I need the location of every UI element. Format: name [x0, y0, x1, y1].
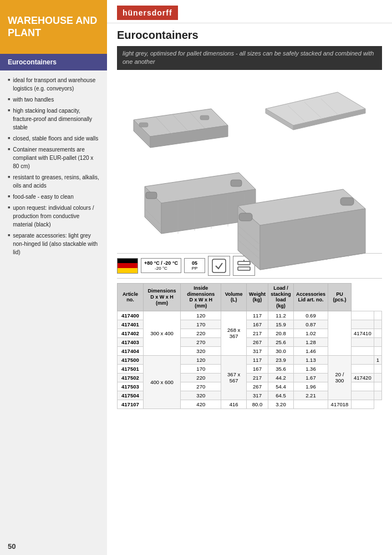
feature-item: Container measurements are compliant wit…	[8, 145, 99, 170]
cell-pu	[374, 391, 381, 400]
product-images	[117, 75, 382, 253]
cell-volume: 11.2	[268, 311, 293, 320]
cell-h: 170	[181, 320, 221, 329]
cell-weight: 1.02	[293, 329, 328, 337]
feature-item: ideal for transport and warehouse logist…	[8, 76, 99, 93]
cell-h: 120	[181, 355, 221, 364]
page-number: 50	[0, 538, 107, 555]
cell-acc: 417420	[351, 373, 374, 382]
cell-pu	[374, 329, 381, 337]
cell-article: 417403	[118, 337, 144, 346]
col-load: Load /stackingload (kg)	[268, 283, 293, 311]
main-header: hünersdorff	[107, 0, 392, 23]
product-table: Article no. DimensionsD x W x H (mm) Ins…	[117, 283, 382, 409]
cell-outer-dim: 400 x 600	[143, 355, 180, 408]
cell-h: 220	[181, 329, 221, 337]
cell-volume: 54.4	[268, 382, 293, 391]
feature-item: food-safe - easy to clean	[8, 193, 99, 201]
cell-weight: 3.20	[268, 400, 293, 408]
cell-pu	[374, 337, 381, 346]
container-large-svg	[227, 162, 376, 284]
cell-h: 270	[181, 337, 221, 346]
cell-weight: 1.96	[293, 382, 328, 391]
main-section: Eurocontainers light grey, optimised for…	[107, 23, 392, 555]
cell-volume: 23.9	[268, 355, 293, 364]
feature-item: separate accessories: light grey non-hin…	[8, 231, 99, 256]
cell-acc	[351, 346, 374, 355]
cell-acc: 417018	[328, 400, 351, 408]
subtitle-text: light grey, optimised for pallet dimensi…	[117, 46, 382, 70]
svg-rect-3	[139, 123, 148, 127]
cell-volume: 64.5	[268, 391, 293, 400]
feature-item: high stacking load capacity, fracture-pr…	[8, 107, 99, 132]
feature-item: closed, stable floors and side walls	[8, 134, 99, 143]
sidebar-features-list: ideal for transport and warehouse logist…	[0, 70, 107, 265]
cell-inner-h: 167	[247, 364, 268, 373]
svg-rect-4	[200, 115, 209, 120]
section-title: Eurocontainers	[117, 29, 382, 42]
cell-pu	[374, 382, 381, 391]
lid-svg	[260, 81, 371, 137]
cell-inner-h: 267	[247, 382, 268, 391]
cell-article: 417404	[118, 346, 144, 355]
cell-volume: 80.0	[247, 400, 268, 408]
cell-h: 320	[181, 391, 221, 400]
col-article: Article no.	[118, 283, 144, 311]
material-badge: 05 PP	[184, 258, 205, 273]
cell-inner-dw: 268 x 367	[221, 311, 247, 355]
cell-volume: 30.0	[268, 346, 293, 355]
cell-article: 417401	[118, 320, 144, 329]
cell-article: 417402	[118, 329, 144, 337]
cell-article: 417107	[118, 400, 144, 408]
col-inside-dim: Inside dimensionsD x W x H (mm)	[181, 283, 221, 311]
cell-inner-dw: 367 x 567	[221, 355, 247, 400]
svg-rect-29	[239, 213, 252, 221]
cell-weight: 1.67	[293, 373, 328, 382]
cell-inner-h: 317	[247, 391, 268, 400]
cell-article: 417400	[118, 311, 144, 320]
cell-acc	[351, 391, 374, 400]
col-accessories: AccessoriesLid art. no.	[293, 283, 328, 311]
cell-load-empty	[328, 311, 351, 355]
feature-item: upon request: individual colours / produ…	[8, 204, 99, 229]
cell-weight: 1.46	[293, 346, 328, 355]
cell-inner-h: 317	[247, 346, 268, 355]
sidebar: WAREHOUSE AND PLANT Eurocontainers ideal…	[0, 0, 107, 555]
cell-inner-h: 117	[247, 355, 268, 364]
cell-pu	[351, 400, 374, 408]
cell-pu	[374, 320, 381, 329]
main-content-area: hünersdorff Eurocontainers light grey, o…	[107, 0, 392, 555]
cell-article: 417502	[118, 373, 144, 382]
cell-article: 417503	[118, 382, 144, 391]
table-row: 417400300 x 400120268 x 36711711.20.69	[118, 311, 382, 320]
cell-weight: 0.87	[293, 320, 328, 329]
table-header-row: Article no. DimensionsD x W x H (mm) Ins…	[118, 283, 382, 311]
cell-outer-dim: 300 x 400	[143, 311, 180, 355]
cell-inner-h: 217	[247, 329, 268, 337]
cell-weight: 2.21	[293, 391, 328, 400]
table-row: 417500400 x 600120367 x 56711723.91.1320…	[118, 355, 382, 364]
cell-article: 417500	[118, 355, 144, 364]
cell-volume: 25.6	[268, 337, 293, 346]
cell-pu	[374, 373, 381, 382]
col-pu: PU(pcs.)	[328, 283, 351, 311]
cell-article: 417501	[118, 364, 144, 373]
cell-pu	[374, 364, 381, 373]
cell-acc: 417410	[351, 329, 374, 337]
sidebar-section-label: Eurocontainers	[0, 54, 107, 70]
cell-h: 120	[181, 311, 221, 320]
cell-weight: 0.69	[293, 311, 328, 320]
cell-h: 170	[181, 364, 221, 373]
cell-volume: 20.8	[268, 329, 293, 337]
cell-h: 420	[181, 400, 221, 408]
svg-rect-30	[340, 198, 354, 205]
feature-item: resistant to greases, resins, alkalis, o…	[8, 173, 99, 190]
feature-item: with two handles	[8, 95, 99, 104]
cell-acc	[351, 320, 374, 329]
cell-acc	[351, 311, 374, 320]
cell-inner-h: 267	[247, 337, 268, 346]
col-weight: Weight(kg)	[247, 283, 268, 311]
cell-pu: 1	[374, 355, 381, 364]
brand-logo: hünersdorff	[117, 6, 178, 20]
cell-volume: 44.2	[268, 373, 293, 382]
